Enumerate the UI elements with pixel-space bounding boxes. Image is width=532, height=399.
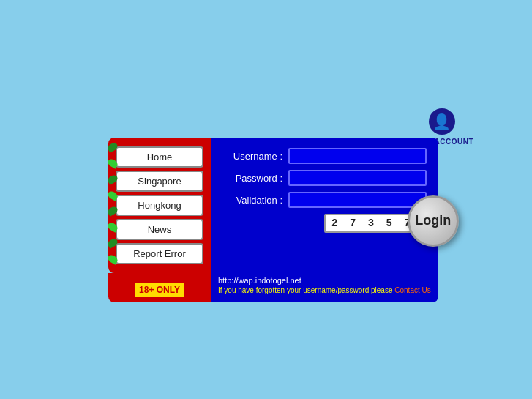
leaf-2 [106, 157, 119, 169]
widget-main-row: Home Singapore Hongkong News Report Erro… [108, 138, 438, 273]
leaf-3 [106, 174, 119, 185]
forgot-password-text: If you have forgotten your username/pass… [218, 286, 431, 294]
leaf-4 [106, 190, 119, 201]
nav-home-button[interactable]: Home [116, 146, 203, 168]
bottom-section: 18+ ONLY http://wap.indotogel.net If you… [108, 273, 438, 302]
open-account-icon: 👤 [429, 108, 455, 135]
leaf-1 [106, 141, 119, 153]
footer-info: http://wap.indotogel.net If you have for… [211, 273, 438, 302]
vine-decoration [108, 139, 117, 267]
login-panel: Username : Password : Validation : 2 7 3… [211, 138, 438, 273]
login-button[interactable]: Login [408, 195, 459, 247]
contact-us-link[interactable]: Contact Us [394, 286, 430, 294]
nav-hongkong-button[interactable]: Hongkong [116, 195, 203, 216]
main-widget: Home Singapore Hongkong News Report Erro… [108, 138, 438, 302]
site-url: http://wap.indotogel.net [218, 276, 431, 285]
validation-label: Validation : [222, 195, 288, 206]
leaf-7 [106, 237, 119, 249]
username-input[interactable] [288, 148, 427, 164]
leaf-8 [106, 253, 119, 265]
left-nav: Home Singapore Hongkong News Report Erro… [108, 138, 211, 273]
validation-row: Validation : [222, 192, 427, 208]
age-badge: 18+ ONLY [133, 281, 186, 299]
captcha-row: 2 7 3 5 7 [222, 214, 427, 233]
nav-report-error-button[interactable]: Report Error [116, 243, 203, 264]
password-input[interactable] [288, 170, 427, 186]
username-row: Username : [222, 148, 427, 164]
age-badge-container: 18+ ONLY [108, 273, 211, 302]
password-label: Password : [222, 173, 288, 184]
username-label: Username : [222, 151, 288, 162]
validation-input[interactable] [288, 192, 427, 208]
password-row: Password : [222, 170, 427, 186]
captcha-display: 2 7 3 5 7 [324, 214, 421, 233]
leaf-5 [106, 206, 119, 217]
leaf-6 [106, 221, 119, 233]
nav-news-button[interactable]: News [116, 219, 203, 240]
nav-singapore-button[interactable]: Singapore [116, 171, 203, 192]
